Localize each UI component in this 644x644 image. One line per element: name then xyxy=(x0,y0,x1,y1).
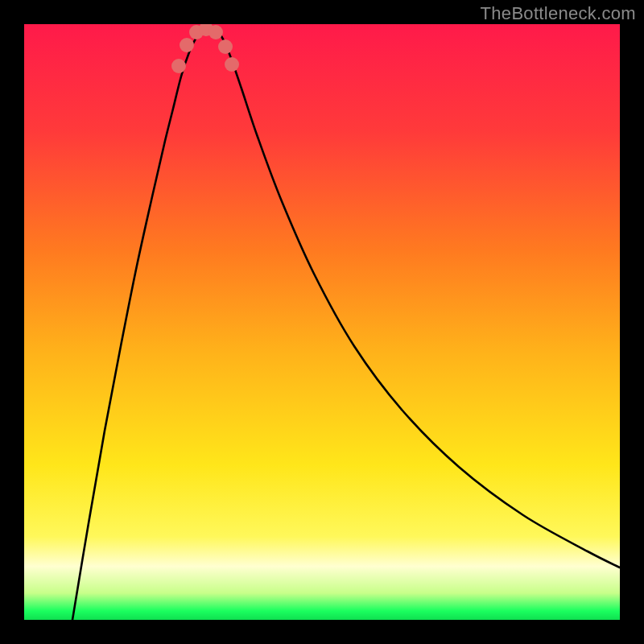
bottleneck-curve-path xyxy=(72,27,620,620)
watermark-text: TheBottleneck.com xyxy=(481,3,636,24)
marker-layer xyxy=(171,24,239,73)
highlight-dot xyxy=(218,39,233,54)
chart-frame xyxy=(24,24,620,620)
highlight-dot xyxy=(180,38,194,52)
bottleneck-curve-svg xyxy=(24,24,620,620)
highlight-dot xyxy=(208,25,223,39)
highlight-dot xyxy=(225,57,239,72)
highlight-dot xyxy=(171,59,186,73)
